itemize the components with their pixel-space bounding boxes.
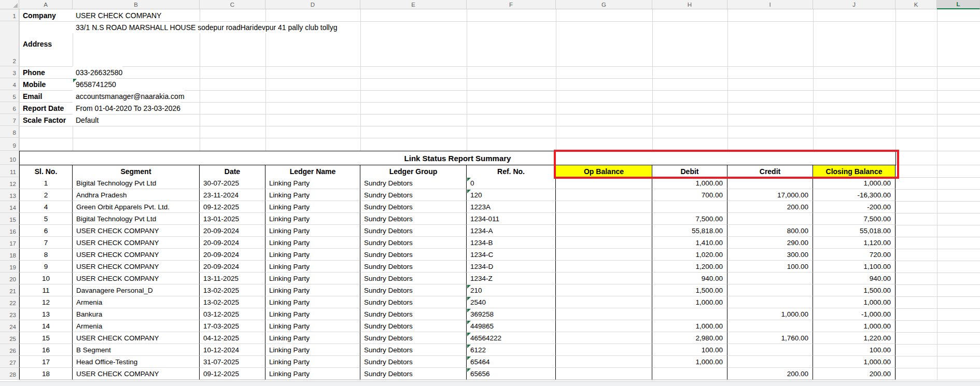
cell-closing[interactable]: -16,300.00	[813, 189, 895, 201]
cell-date[interactable]: 09-12-2025	[200, 201, 265, 213]
cell-op[interactable]	[556, 189, 652, 201]
column-header-cell-segment[interactable]: Segment	[73, 165, 200, 178]
row-header-16[interactable]: 16	[0, 225, 19, 237]
row-header-8[interactable]: 8	[0, 126, 19, 138]
cell-date[interactable]: 30-07-2025	[200, 177, 265, 189]
row-header-19[interactable]: 19	[0, 261, 19, 273]
cell-debit[interactable]: 1,410.00	[652, 237, 727, 249]
cell-segment[interactable]: Bigital Technology Pvt Ltd	[73, 213, 200, 225]
column-header-I[interactable]: I	[727, 0, 813, 9]
column-header-cell-ledger_group[interactable]: Ledger Group	[360, 165, 467, 178]
cell-sl[interactable]: 15	[19, 332, 73, 344]
cell-sl[interactable]: 9	[19, 261, 73, 273]
cell-op[interactable]	[556, 237, 652, 249]
cell-sl[interactable]: 16	[19, 344, 73, 356]
cell-debit[interactable]	[652, 368, 727, 380]
cell-ledger_name[interactable]: Linking Party	[265, 308, 360, 320]
cell-date[interactable]: 04-12-2025	[200, 332, 265, 344]
cell-segment[interactable]: USER CHECK COMPANY	[73, 237, 200, 249]
cell-credit[interactable]	[727, 296, 813, 308]
cell-op[interactable]	[556, 332, 652, 344]
cell-credit[interactable]: 300.00	[727, 249, 813, 261]
row-header-26[interactable]: 26	[0, 344, 19, 356]
cell-ledger_name[interactable]: Linking Party	[265, 368, 360, 380]
cell-segment[interactable]: B Segment	[73, 344, 200, 356]
cell-date[interactable]: 13-01-2025	[200, 213, 265, 225]
cell-ledger_group[interactable]: Sundry Debtors	[360, 308, 467, 320]
cell-sl[interactable]: 1	[19, 177, 73, 189]
cell-ledger_name[interactable]: Linking Party	[265, 296, 360, 308]
cell-ref[interactable]: 2540	[467, 296, 556, 308]
cell-debit[interactable]: 1,200.00	[652, 261, 727, 273]
cell-ledger_name[interactable]: Linking Party	[265, 237, 360, 249]
cell-closing[interactable]: 7,500.00	[813, 213, 895, 225]
cell-debit[interactable]	[652, 201, 727, 213]
cell-op[interactable]	[556, 296, 652, 308]
cell-sl[interactable]: 11	[19, 284, 73, 296]
cell-ledger_group[interactable]: Sundry Debtors	[360, 261, 467, 273]
cell-credit[interactable]	[727, 344, 813, 356]
column-header-E[interactable]: E	[360, 0, 467, 9]
cell-credit[interactable]: 200.00	[727, 368, 813, 380]
cell-op[interactable]	[556, 368, 652, 380]
cell-ledger_name[interactable]: Linking Party	[265, 284, 360, 296]
cell-op[interactable]	[556, 225, 652, 237]
cell-debit[interactable]: 2,980.00	[652, 332, 727, 344]
cell-segment[interactable]: USER CHECK COMPANY	[73, 261, 200, 273]
cell-sl[interactable]: 4	[19, 201, 73, 213]
row-header-23[interactable]: 23	[0, 308, 19, 320]
cell-debit[interactable]: 1,000.00	[652, 320, 727, 332]
row-header-4[interactable]: 4	[0, 78, 19, 90]
cell-closing[interactable]: 940.00	[813, 273, 895, 284]
row-header-1[interactable]: 1	[0, 9, 19, 21]
column-header-D[interactable]: D	[265, 0, 360, 9]
cell-ledger_name[interactable]: Linking Party	[265, 273, 360, 284]
cell-op[interactable]	[556, 308, 652, 320]
cell-sl[interactable]: 17	[19, 356, 73, 368]
cell-date[interactable]: 31-07-2025	[200, 356, 265, 368]
cell-segment[interactable]: Andhra Pradesh	[73, 189, 200, 201]
info-value-scale-factor[interactable]: Default	[73, 114, 99, 126]
cell-credit[interactable]: 800.00	[727, 225, 813, 237]
cell-date[interactable]: 13-02-2025	[200, 284, 265, 296]
cell-closing[interactable]: 1,220.00	[813, 332, 895, 344]
cell-ledger_group[interactable]: Sundry Debtors	[360, 284, 467, 296]
cell-date[interactable]: 20-09-2024	[200, 261, 265, 273]
cell-credit[interactable]	[727, 213, 813, 225]
row-header-24[interactable]: 24	[0, 320, 19, 332]
cell-sl[interactable]: 14	[19, 320, 73, 332]
row-header-2[interactable]: 2	[0, 21, 19, 66]
cell-op[interactable]	[556, 344, 652, 356]
cell-credit[interactable]	[727, 356, 813, 368]
cell-debit[interactable]: 940.00	[652, 273, 727, 284]
column-header-cell-ref[interactable]: Ref. No.	[467, 165, 556, 178]
cell-ledger_name[interactable]: Linking Party	[265, 332, 360, 344]
info-value-phone[interactable]: 033-26632580	[73, 66, 122, 78]
row-header-25[interactable]: 25	[0, 332, 19, 344]
cell-sl[interactable]: 7	[19, 237, 73, 249]
row-header-6[interactable]: 6	[0, 102, 19, 114]
column-header-H[interactable]: H	[652, 0, 727, 9]
cell-date[interactable]: 13-02-2025	[200, 296, 265, 308]
cell-ledger_group[interactable]: Sundry Debtors	[360, 296, 467, 308]
row-header-17[interactable]: 17	[0, 237, 19, 249]
cell-ledger_group[interactable]: Sundry Debtors	[360, 177, 467, 189]
cell-debit[interactable]: 55,818.00	[652, 225, 727, 237]
column-header-cell-ledger_name[interactable]: Ledger Name	[265, 165, 360, 178]
cell-closing[interactable]: 200.00	[813, 368, 895, 380]
cell-closing[interactable]: 100.00	[813, 344, 895, 356]
row-header-28[interactable]: 28	[0, 368, 19, 380]
cell-ledger_group[interactable]: Sundry Debtors	[360, 368, 467, 380]
cell-closing[interactable]: 55,018.00	[813, 225, 895, 237]
cell-op[interactable]	[556, 261, 652, 273]
column-header-J[interactable]: J	[813, 0, 895, 9]
cell-ledger_name[interactable]: Linking Party	[265, 320, 360, 332]
cell-segment[interactable]: Bigital Technology Pvt Ltd	[73, 177, 200, 189]
row-header-27[interactable]: 27	[0, 356, 19, 368]
cell-ledger_name[interactable]: Linking Party	[265, 177, 360, 189]
cell-op[interactable]	[556, 284, 652, 296]
cell-closing[interactable]: 1,100.00	[813, 261, 895, 273]
cell-date[interactable]: 13-11-2025	[200, 273, 265, 284]
cell-ledger_group[interactable]: Sundry Debtors	[360, 213, 467, 225]
cell-ref[interactable]: 65464	[467, 356, 556, 368]
